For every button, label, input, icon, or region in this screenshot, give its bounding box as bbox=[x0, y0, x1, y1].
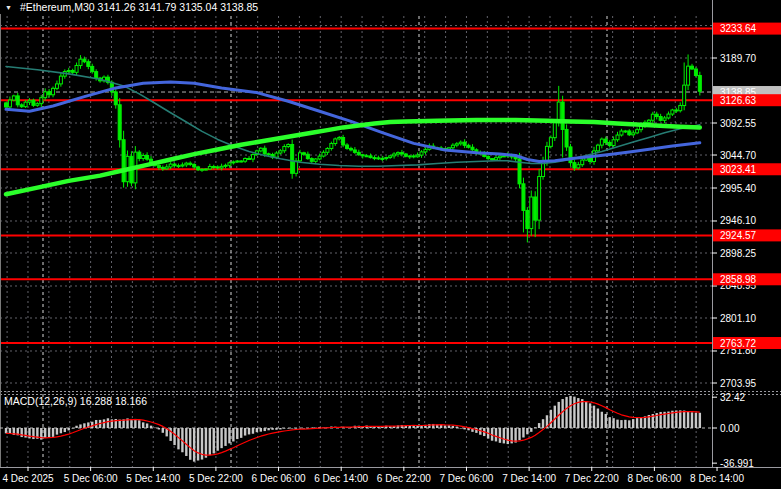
svg-text:2858.98: 2858.98 bbox=[720, 274, 757, 285]
price-axis-label: 2703.95 bbox=[720, 378, 757, 389]
level-price-label: 2763.72 bbox=[713, 337, 781, 349]
time-axis-label: 6 Dec 06:00 bbox=[252, 473, 306, 484]
price-axis-label: 3189.70 bbox=[720, 53, 757, 64]
price-axis-label: 2946.10 bbox=[720, 215, 757, 226]
time-axis-label: 5 Dec 22:00 bbox=[189, 473, 243, 484]
level-price-label: 3233.64 bbox=[713, 23, 781, 35]
time-axis-label: 4 Dec 2025 bbox=[2, 473, 54, 484]
price-axis-label: 2995.40 bbox=[720, 183, 757, 194]
svg-text:3233.64: 3233.64 bbox=[720, 23, 757, 34]
level-price-label: 2924.57 bbox=[713, 229, 781, 241]
time-axis-label: 5 Dec 06:00 bbox=[64, 473, 118, 484]
price-axis-label: 3092.55 bbox=[720, 118, 757, 129]
level-price-label: 3023.41 bbox=[713, 163, 781, 175]
time-axis-label: 8 Dec 14:00 bbox=[690, 473, 744, 484]
time-axis-label: 7 Dec 22:00 bbox=[565, 473, 619, 484]
svg-text:2924.57: 2924.57 bbox=[720, 230, 757, 241]
chart-title: ▼ #Ethereum,M30 3141.26 3141.79 3135.04 … bbox=[5, 1, 258, 13]
time-axis-label: 7 Dec 06:00 bbox=[440, 473, 494, 484]
price-axis-label: 2898.25 bbox=[720, 248, 757, 259]
time-axis-label: 6 Dec 14:00 bbox=[314, 473, 368, 484]
macd-axis-label: 0.00 bbox=[720, 423, 740, 434]
chart-dropdown-icon[interactable]: ▼ bbox=[5, 4, 12, 11]
macd-indicator-label: MACD(12,26,9) 16.288 18.166 bbox=[4, 395, 147, 407]
macd-axis-label: -36.991 bbox=[720, 458, 754, 469]
level-price-label: 2858.98 bbox=[713, 273, 781, 285]
time-axis-label: 6 Dec 22:00 bbox=[377, 473, 431, 484]
time-axis[interactable]: 4 Dec 20255 Dec 06:005 Dec 14:005 Dec 22… bbox=[2, 467, 744, 484]
chart-canvas[interactable]: 3189.703092.553044.702995.402946.102898.… bbox=[0, 0, 781, 489]
time-axis-label: 8 Dec 06:00 bbox=[627, 473, 681, 484]
time-axis-label: 5 Dec 14:00 bbox=[126, 473, 180, 484]
symbol-ohlc-text: #Ethereum,M30 3141.26 3141.79 3135.04 31… bbox=[20, 1, 258, 13]
candles-layer bbox=[5, 54, 702, 242]
svg-text:3023.41: 3023.41 bbox=[720, 164, 757, 175]
macd-axis-label: 32.42 bbox=[720, 392, 745, 403]
svg-text:2763.72: 2763.72 bbox=[720, 338, 757, 349]
time-axis-label: 7 Dec 14:00 bbox=[502, 473, 556, 484]
horizontal-level-lines[interactable] bbox=[0, 29, 712, 343]
price-axis-label: 3044.70 bbox=[720, 150, 757, 161]
macd-axis[interactable]: 32.420.00-36.991 bbox=[712, 392, 754, 469]
chart-window[interactable]: 3189.703092.553044.702995.402946.102898.… bbox=[0, 0, 781, 489]
level-price-label: 3126.63 bbox=[713, 94, 781, 106]
svg-text:3126.63: 3126.63 bbox=[720, 95, 757, 106]
price-axis-label: 2801.10 bbox=[720, 313, 757, 324]
